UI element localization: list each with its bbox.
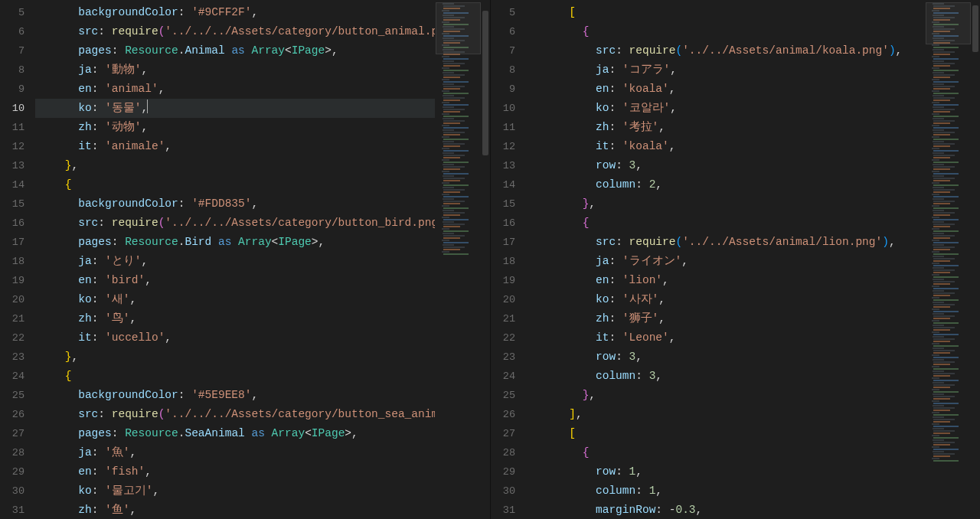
code-line[interactable]: { [526,443,925,462]
line-number[interactable]: 6 [0,22,35,41]
code-line[interactable]: src: require('../../../Assets/category/b… [35,214,435,233]
code-line[interactable]: row: 3, [526,156,925,175]
line-number[interactable]: 11 [0,118,35,137]
code-line[interactable]: ko: '사자', [526,290,925,309]
line-number[interactable]: 26 [0,405,35,424]
line-number[interactable]: 21 [0,309,35,328]
line-number[interactable]: 23 [491,348,526,367]
code-line[interactable]: ja: '動物', [35,60,435,80]
code-line[interactable]: zh: '考拉', [526,118,925,137]
scrollbar-thumb-left[interactable] [482,11,488,156]
code-line[interactable]: en: 'koala', [526,80,925,99]
scrollbar-thumb-right[interactable] [972,5,978,52]
code-line[interactable]: en: 'fish', [35,462,435,481]
line-number[interactable]: 10 [0,99,35,118]
code-line[interactable]: ], [526,405,925,424]
line-number[interactable]: 7 [0,41,35,60]
line-number[interactable]: 6 [491,22,526,41]
line-number[interactable]: 23 [0,348,35,367]
line-number[interactable]: 15 [0,194,35,214]
line-number[interactable]: 28 [0,443,35,462]
line-number[interactable]: 13 [491,156,526,175]
line-number[interactable]: 29 [491,462,526,481]
code-line[interactable]: backgroundColor: '#9CFF2F', [35,3,435,22]
code-line[interactable]: ko: '물고기', [35,481,435,501]
line-number[interactable]: 28 [491,443,526,462]
line-number[interactable]: 8 [0,60,35,80]
line-number[interactable]: 19 [0,271,35,290]
code-line[interactable]: column: 1, [526,481,925,501]
code-line[interactable]: it: 'uccello', [35,328,435,348]
line-number[interactable]: 29 [0,462,35,481]
code-line[interactable]: ko: '동물', [35,99,435,118]
line-number[interactable]: 27 [0,424,35,443]
line-number[interactable]: 7 [491,41,526,60]
code-line[interactable]: it: 'animale', [35,137,435,156]
line-number[interactable]: 8 [491,60,526,80]
code-line[interactable]: zh: '鱼', [35,501,435,519]
line-number[interactable]: 15 [491,194,526,214]
line-number[interactable]: 25 [0,386,35,405]
line-number[interactable]: 11 [491,118,526,137]
line-number[interactable]: 22 [0,328,35,348]
code-line[interactable]: backgroundColor: '#FDD835', [35,194,435,214]
code-line[interactable]: src: require('../../Assets/animal/lion.p… [526,233,925,252]
code-line[interactable]: zh: '狮子', [526,309,925,328]
code-line[interactable]: en: 'bird', [35,271,435,290]
line-number[interactable]: 20 [0,290,35,309]
code-line[interactable]: pages: Resource.SeaAnimal as Array<IPage… [35,424,435,443]
code-line[interactable]: column: 3, [526,367,925,386]
line-number[interactable]: 26 [491,405,526,424]
code-area-right[interactable]: [ { src: require('../../Assets/animal/ko… [526,0,925,519]
code-line[interactable]: pages: Resource.Bird as Array<IPage>, [35,233,435,252]
line-number[interactable]: 9 [491,80,526,99]
line-number[interactable]: 16 [0,214,35,233]
code-line[interactable]: column: 2, [526,175,925,194]
line-number-gutter-left[interactable]: 5678910111213141516171819202122232425262… [0,0,35,519]
code-line[interactable]: src: require('../../Assets/animal/koala.… [526,41,925,60]
code-line[interactable]: marginRow: -0.3, [526,501,925,519]
line-number[interactable]: 22 [491,328,526,348]
line-number[interactable]: 30 [491,481,526,501]
code-line[interactable]: it: 'koala', [526,137,925,156]
line-number[interactable]: 27 [491,424,526,443]
line-number[interactable]: 19 [491,271,526,290]
line-number[interactable]: 24 [0,367,35,386]
line-number[interactable]: 18 [491,252,526,271]
code-line[interactable]: }, [35,348,435,367]
line-number[interactable]: 25 [491,386,526,405]
minimap-right[interactable] [925,0,971,519]
code-line[interactable]: pages: Resource.Animal as Array<IPage>, [35,41,435,60]
minimap-left[interactable] [435,0,481,519]
line-number[interactable]: 17 [491,233,526,252]
code-line[interactable]: ko: '코알라', [526,99,925,118]
code-line[interactable]: }, [526,386,925,405]
code-line[interactable]: ko: '새', [35,290,435,309]
line-number[interactable]: 14 [0,175,35,194]
line-number[interactable]: 5 [0,3,35,22]
code-line[interactable]: { [35,367,435,386]
code-line[interactable]: it: 'Leone', [526,328,925,348]
line-number[interactable]: 10 [491,99,526,118]
minimap-viewport-left[interactable] [436,2,481,54]
line-number[interactable]: 30 [0,481,35,501]
code-line[interactable]: [ [526,3,925,22]
line-number-gutter-right[interactable]: 5678910111213141516171819202122232425262… [491,0,526,519]
minimap-viewport-right[interactable] [926,2,971,44]
code-line[interactable]: row: 3, [526,348,925,367]
code-line[interactable]: }, [35,156,435,175]
code-line[interactable]: }, [526,194,925,214]
code-line[interactable]: ja: 'コアラ', [526,60,925,80]
code-line[interactable]: zh: '动物', [35,118,435,137]
line-number[interactable]: 31 [0,501,35,519]
line-number[interactable]: 14 [491,175,526,194]
code-line[interactable]: row: 1, [526,462,925,481]
line-number[interactable]: 13 [0,156,35,175]
code-line[interactable]: zh: '鸟', [35,309,435,328]
code-line[interactable]: en: 'animal', [35,80,435,99]
line-number[interactable]: 9 [0,80,35,99]
code-line[interactable]: ja: 'ライオン', [526,252,925,271]
code-line[interactable]: backgroundColor: '#5E9EE8', [35,386,435,405]
code-line[interactable]: { [526,22,925,41]
scrollbar-vertical-left[interactable] [481,0,490,519]
